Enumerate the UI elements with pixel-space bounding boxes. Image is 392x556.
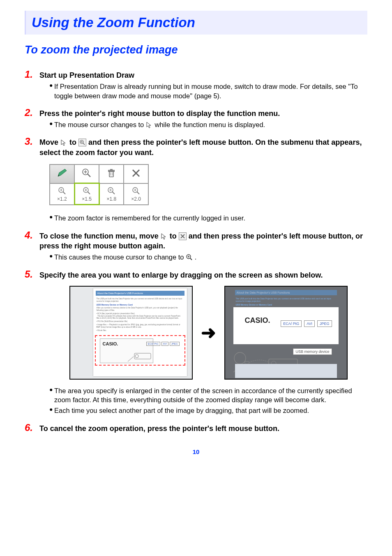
bullet-dot: ● <box>49 386 54 405</box>
page-number: 10 <box>25 448 367 455</box>
step-number: 2. <box>25 107 39 118</box>
step-title: Specify the area you want to enlarge by … <box>39 270 323 280</box>
zoom-factor-option: ×1.2 <box>50 183 74 205</box>
bullet-text: This causes the mouse cursor to change t… <box>54 253 196 262</box>
svg-line-24 <box>112 192 115 194</box>
zoom-menu-graphic: ×1.2 ×1.5 ×1.8 <box>49 164 149 206</box>
step-number: 1. <box>25 69 39 80</box>
page-title: Using the Zoom Function <box>25 11 367 35</box>
svg-rect-37 <box>134 353 151 359</box>
cursor-arrow-icon <box>60 139 67 146</box>
step-4: 4. To close the function menu, move to a… <box>25 229 367 262</box>
magnify-cursor-icon <box>186 254 193 261</box>
step-5: 5. Specify the area you want to enlarge … <box>25 269 367 415</box>
cursor-arrow-icon <box>161 232 168 239</box>
bullet-text: The area you specify is enlarged in the … <box>54 386 367 405</box>
bullet-text: The mouse cursor changes to while the fu… <box>54 120 265 129</box>
zoom-factor-option: ×1.8 <box>99 183 124 205</box>
bullet-text: If Presentation Draw is already running … <box>54 82 367 100</box>
close-icon <box>124 164 148 183</box>
arrow-right-icon: ➜ <box>201 322 216 343</box>
pen-tool-icon <box>50 164 74 183</box>
close-icon <box>179 232 187 240</box>
svg-line-39 <box>128 357 134 361</box>
zoom-factor-option-selected: ×1.5 <box>74 183 99 205</box>
zoom-illustration: About the Data Projector's USB Functions… <box>49 286 367 380</box>
step-title: To cancel the zoom operation, press the … <box>39 424 279 433</box>
after-zoom-image: About the Data Projector's USB Functions… <box>224 286 348 380</box>
zoom-factor-option: ×2.0 <box>124 183 148 205</box>
step-number: 5. <box>25 269 39 280</box>
svg-line-1 <box>83 143 85 145</box>
bullet-dot: ● <box>49 213 54 222</box>
step-title: Press the pointer's right mouse button t… <box>39 109 280 118</box>
section-heading: To zoom the projected image <box>25 44 367 56</box>
svg-line-28 <box>137 192 139 194</box>
bullet-dot: ● <box>49 82 54 100</box>
step-3: 3. Move to and then press the pointer's … <box>25 136 367 222</box>
bullet-text: The zoom factor is remembered for the cu… <box>54 213 245 222</box>
step-2: 2. Press the pointer's right mouse butto… <box>25 107 367 130</box>
step-6: 6. To cancel the zoom operation, press t… <box>25 422 367 433</box>
bullet-dot: ● <box>49 406 54 415</box>
before-zoom-image: About the Data Projector's USB Functions… <box>69 286 193 380</box>
cursor-arrow-icon <box>146 121 153 128</box>
svg-line-16 <box>63 192 65 194</box>
step-title: Move to and then press the pointer's lef… <box>39 137 367 158</box>
step-title: Start up Presentation Draw <box>39 70 134 80</box>
step-title: To close the function menu, move to and … <box>39 231 367 251</box>
bullet-dot: ● <box>49 120 54 129</box>
eraser-clear-icon <box>99 164 124 183</box>
svg-point-38 <box>135 354 138 358</box>
step-1: 1. Start up Presentation Draw ● If Prese… <box>25 69 367 100</box>
svg-line-5 <box>88 174 90 177</box>
svg-line-20 <box>88 192 90 194</box>
step-number: 3. <box>25 136 39 147</box>
step-number: 6. <box>25 422 39 433</box>
zoom-in-icon <box>74 164 99 183</box>
zoom-in-icon <box>78 139 86 146</box>
svg-point-40 <box>234 352 246 364</box>
svg-line-34 <box>190 258 192 260</box>
step-number: 4. <box>25 229 39 241</box>
svg-rect-8 <box>109 171 113 177</box>
bullet-text: Each time you select another part of the… <box>54 406 309 415</box>
bullet-dot: ● <box>49 253 54 262</box>
